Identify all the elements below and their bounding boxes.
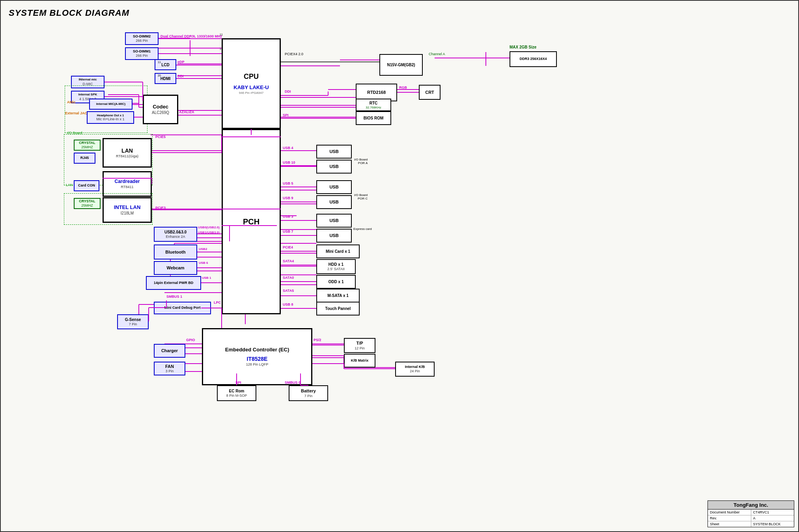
internal-kb-block: Internal K/B 24 Pin [395, 362, 435, 377]
rtd2168-label: RTD2168 [367, 90, 386, 95]
pwr-bd-block: 14pin External PWR BD [146, 276, 201, 290]
bios-rom-block: BIOS ROM [356, 111, 391, 125]
usb10-block: USB [316, 160, 352, 174]
crystal1-sub: 25MHZ [81, 145, 93, 149]
sata4-label: SATA4 [283, 259, 294, 263]
touch-panel-label: Touch Pannel [325, 306, 351, 311]
fan-label: FAN [165, 364, 174, 369]
spi-label: SPI [283, 113, 289, 117]
ec-rom-sub: 8 Pin M-SOP [226, 394, 247, 398]
usb5-signal: USB 5 [283, 181, 293, 185]
badge-1: 11 [220, 33, 223, 36]
crystal1-label: CRYSTAL [79, 141, 95, 146]
corner-info: TongFang Inc. Document Number CT4RVC1 Re… [708, 500, 794, 527]
headphone-block: Headphone Out x 1 Mic In+Line-In x 1 [87, 111, 134, 124]
extra-connections [1, 1, 799, 532]
pch-block: PCH [222, 129, 281, 314]
usb3-block: USB [316, 214, 352, 228]
g-sense-sub: 7 Pin [129, 322, 137, 327]
ddi-rtd-label: DDI [285, 90, 291, 93]
touch-panel-block: Touch Pannel [316, 302, 360, 315]
usb5-block: USB [316, 180, 352, 194]
internal-kb-sub: 24 Pin [410, 369, 420, 373]
mini-card-block: Mini Card x 1 [316, 245, 360, 258]
express-card-label: Express card [353, 227, 372, 231]
usb8-signal: USB 8 [283, 302, 293, 306]
io-board-c-label: I/O BoardPOR C [354, 193, 368, 200]
fan-sub: 3 Pin [166, 369, 174, 373]
mini-card-debug-label: Mini Card Debug Port [164, 306, 201, 310]
lpc-label: LPC [214, 301, 221, 304]
dual-channel-label: Dual Channel DDR3L 1333/1600 MHz [161, 34, 222, 38]
battery-sub: 7 Pin [304, 394, 313, 398]
badge-lcd: 11 [158, 61, 161, 63]
usb1-signal-label: USB 1 [202, 276, 211, 280]
bios-rom-label: BIOS ROM [364, 116, 384, 121]
sheet-row: Sheet SYSTEM BLOCK [708, 521, 794, 527]
headphone-label: Headphone Out x 1 [97, 114, 124, 118]
rev-value: A [751, 515, 794, 521]
ec-rom-block: EC Rom 8 Pin M-SOP [217, 385, 256, 401]
doc-value: CT4RVC1 [751, 510, 794, 515]
codec-sublabel: ALC269Q [152, 110, 169, 115]
usb23-label: USB2.0&3.0 [164, 230, 187, 235]
cpu-label: CPU [244, 72, 259, 81]
fan-block: FAN 3 Pin [154, 362, 185, 375]
smbus0-label: SMBUS 0 [285, 381, 301, 385]
usb9-label: USB [329, 199, 338, 205]
lan-label: LAN [121, 147, 133, 154]
usb9-signal: USB 9 [283, 196, 293, 200]
tp-label: T/P [356, 340, 363, 346]
badge-2: 11 [220, 47, 223, 50]
sodimm2-label: SO-DIMM2 [133, 34, 151, 39]
usb20-label: USB0(USB2.0) [198, 226, 220, 229]
doc-row: Document Number CT4RVC1 [708, 510, 794, 515]
usb10-label: USB [329, 164, 338, 169]
crt-label: CRT [425, 90, 434, 95]
webcam-label: Webcam [166, 265, 184, 271]
hdd-block: HDD x 1 2.5' SATAII [316, 259, 356, 274]
rev-label: Rev. [708, 515, 751, 521]
hdd-label: HDD x 1 [329, 262, 343, 267]
rtc-label: RTC [370, 101, 378, 106]
charger-label: Charger [161, 348, 178, 353]
spi-ec-label: SPI [235, 381, 241, 385]
pwr-bd-label: 14pin External PWR BD [154, 281, 194, 286]
g-sense-block: G-Sense 7 Pin [117, 314, 149, 329]
gpio-label: GPIO [186, 338, 195, 342]
company-name: TongFang Inc. [708, 501, 794, 510]
codec-block: Codec ALC269Q [143, 95, 178, 124]
n15v-label: N15V-GM(GB2) [387, 62, 415, 67]
card-con-block: Card CON [74, 180, 99, 191]
ec-sub2: 128 Pin LQFP [246, 362, 269, 367]
usb7-block: USB [316, 229, 352, 243]
ps2-label: PS/2 [314, 338, 321, 342]
sata0-label: SATA0 [283, 276, 294, 280]
io-board-a-label: I/O BoardPOR A [354, 158, 368, 165]
sodimm1-label: SO-DIMM1 [133, 49, 151, 54]
lan-block: LAN RT8411(Giga) [103, 138, 152, 168]
odd-label: ODD x 1 [329, 279, 344, 284]
usb3-signal: USB 3 [283, 215, 293, 218]
ddi-hdmi-label: DDI [177, 74, 184, 78]
channel-a-label: Channel A [429, 52, 445, 56]
usb30-label: USB1(USB3.0) [198, 231, 220, 234]
sheet-label: Sheet [708, 521, 751, 527]
amic-label: AMic [67, 100, 76, 104]
usb3-label: USB [329, 218, 338, 223]
ddr3-block: DDR3 256X16X4 [510, 51, 557, 67]
internal-mic-label: INternal mic [79, 78, 97, 82]
sata5-label: SATA5 [283, 289, 294, 293]
rtc-sub: 32.768KHz [366, 106, 381, 110]
cardreader-sublabel: RT8411 [121, 185, 134, 189]
crt-block: CRT [419, 85, 441, 100]
internal-mic-amic-block: Internal MIC(A-MIC) [89, 99, 133, 110]
codec-label: Codec [153, 104, 168, 110]
kb-matrix-block: K/B Matrix [344, 354, 375, 368]
headphone-sub: Mic In+Line-In x 1 [96, 117, 124, 121]
internal-mic-amic-label: Internal MIC(A-MIC) [96, 102, 125, 106]
ec-label: Embedded Controller (EC) [225, 347, 289, 353]
ddr3-label: DDR3 256X16X4 [519, 57, 547, 62]
rtc-block: RTC 32.768KHz [356, 99, 391, 111]
hdmi-label: HDMI [161, 76, 171, 81]
